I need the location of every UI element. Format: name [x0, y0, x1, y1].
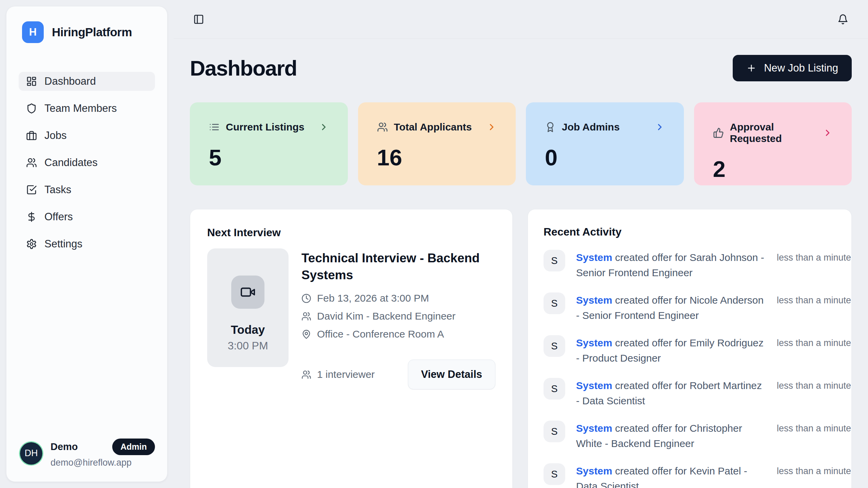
activity-text: System created offer for Nicole Anderson… — [576, 292, 766, 323]
activity-actor: System — [576, 252, 612, 263]
sidebar-item-label: Candidates — [44, 157, 98, 169]
dashboard-panels: Next Interview Today 3:00 PM Technical I… — [190, 209, 852, 488]
activity-avatar: S — [544, 335, 565, 357]
activity-avatar: S — [544, 463, 565, 485]
user-profile[interactable]: DH Demo Admin demo@hireflow.app — [19, 439, 155, 468]
chevron-right-icon — [319, 122, 329, 132]
map-pin-icon — [301, 329, 311, 339]
sidebar-item-tasks[interactable]: Tasks — [19, 180, 155, 199]
gear-icon — [26, 239, 37, 249]
page-title: Dashboard — [190, 56, 297, 80]
activity-timestamp: less than a minute ago — [777, 250, 852, 280]
notifications-button[interactable] — [835, 12, 850, 27]
sidebar-item-offers[interactable]: Offers — [19, 207, 155, 226]
activity-text: System created offer for Robert Martinez… — [576, 378, 766, 408]
activity-actor: System — [576, 337, 612, 348]
chevron-right-icon — [655, 122, 665, 132]
interviewer-count-row: 1 interviewer — [301, 369, 375, 380]
sidebar-item-candidates[interactable]: Candidates — [19, 153, 155, 172]
check-square-icon — [26, 184, 37, 195]
panel-left-icon — [193, 14, 204, 25]
interview-title: Technical Interview - Backend Systems — [301, 250, 495, 284]
activity-timestamp: less than a minute ago — [777, 378, 852, 408]
interview-details: Technical Interview - Backend Systems Fe… — [301, 248, 495, 389]
shield-icon — [26, 103, 37, 114]
interview-datetime-row: Feb 13, 2026 at 3:00 PM — [301, 292, 495, 304]
stat-label: Total Applicants — [394, 121, 481, 133]
activity-timestamp: less than a minute ago — [777, 335, 852, 366]
next-interview-title: Next Interview — [207, 226, 495, 239]
interview-candidate-row: David Kim - Backend Engineer — [301, 310, 495, 322]
activity-text: System created offer for Sarah Johnson -… — [576, 250, 766, 280]
sidebar-item-label: Tasks — [44, 184, 71, 196]
activity-timestamp: less than a minute ago — [777, 292, 852, 323]
list-icon — [209, 122, 220, 133]
sidebar-item-label: Dashboard — [44, 75, 96, 87]
activity-timestamp: less than a minute ago — [777, 463, 852, 488]
interview-day: Today — [231, 323, 265, 337]
sidebar-item-dashboard[interactable]: Dashboard — [19, 72, 155, 91]
new-job-listing-button[interactable]: New Job Listing — [733, 55, 852, 81]
user-name: Demo — [51, 441, 78, 452]
stat-card-job-admins[interactable]: Job Admins 0 — [526, 102, 684, 185]
video-icon-tile — [231, 276, 264, 309]
new-job-listing-label: New Job Listing — [764, 62, 838, 74]
activity-actor: System — [576, 423, 612, 434]
users-icon — [26, 157, 37, 168]
activity-item: S System created offer for Emily Rodrigu… — [544, 335, 836, 366]
stat-card-current-listings[interactable]: Current Listings 5 — [190, 102, 348, 185]
layout-dashboard-icon — [26, 76, 37, 87]
stat-label: Current Listings — [226, 121, 313, 133]
brand-logo-letter: H — [29, 26, 37, 38]
interview-candidate: David Kim - Backend Engineer — [317, 310, 456, 322]
sidebar-nav: Dashboard Team Members Jobs Candidates T… — [19, 72, 155, 253]
user-info: Demo Admin demo@hireflow.app — [51, 439, 155, 468]
stat-value: 5 — [209, 144, 329, 170]
activity-avatar: S — [544, 292, 565, 314]
activity-actor: System — [576, 294, 612, 306]
activity-item: S System created offer for Nicole Anders… — [544, 292, 836, 323]
video-icon — [240, 284, 256, 300]
stat-label: Approval Requested — [730, 121, 817, 144]
activity-text: System created offer for Kevin Patel - D… — [576, 463, 766, 488]
bell-icon — [837, 14, 848, 25]
stat-value: 16 — [377, 144, 497, 170]
recent-activity-panel: Recent Activity S System created offer f… — [528, 209, 852, 488]
sidebar-item-jobs[interactable]: Jobs — [19, 126, 155, 145]
briefcase-icon — [26, 130, 37, 141]
sidebar-item-settings[interactable]: Settings — [19, 235, 155, 253]
sidebar-item-label: Team Members — [44, 102, 117, 115]
activity-item: S System created offer for Christopher W… — [544, 421, 836, 451]
thumbs-up-icon — [713, 127, 724, 138]
sidebar-item-label: Offers — [44, 211, 73, 223]
stat-card-total-applicants[interactable]: Total Applicants 16 — [358, 102, 516, 185]
page-header: Dashboard New Job Listing — [190, 55, 852, 81]
recent-activity-title: Recent Activity — [544, 226, 836, 238]
interview-time: 3:00 PM — [228, 340, 268, 352]
activity-avatar: S — [544, 378, 565, 400]
content: Dashboard New Job Listing Current Listin… — [174, 39, 868, 488]
brand-logo: H — [22, 21, 44, 43]
stat-value: 2 — [713, 156, 833, 182]
activity-text: System created offer for Christopher Whi… — [576, 421, 766, 451]
sidebar-item-team-members[interactable]: Team Members — [19, 99, 155, 118]
users-icon — [301, 311, 311, 321]
chevron-right-icon — [823, 128, 833, 138]
sidebar-toggle-button[interactable] — [191, 12, 206, 27]
stat-card-approval-requested[interactable]: Approval Requested 2 — [694, 102, 852, 185]
interview-location-row: Office - Conference Room A — [301, 328, 495, 340]
role-badge: Admin — [112, 439, 155, 455]
view-details-button[interactable]: View Details — [408, 360, 495, 389]
award-icon — [545, 122, 556, 133]
activity-item: S System created offer for Robert Martin… — [544, 378, 836, 408]
topbar — [174, 0, 868, 39]
avatar-initials: DH — [25, 448, 38, 459]
sidebar: H HiringPlatform Dashboard Team Members … — [6, 6, 167, 482]
brand-name: HiringPlatform — [52, 25, 132, 39]
activity-actor: System — [576, 380, 612, 391]
activity-avatar: S — [544, 421, 565, 442]
chevron-right-icon — [487, 122, 497, 132]
activity-timestamp: less than a minute ago — [777, 421, 852, 451]
clock-icon — [301, 293, 311, 303]
brand: H HiringPlatform — [19, 21, 155, 43]
